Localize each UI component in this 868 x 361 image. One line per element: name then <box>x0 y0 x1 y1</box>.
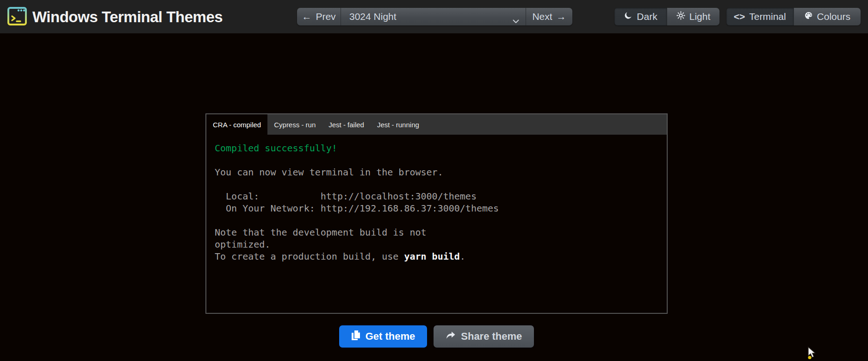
page-title: Windows Terminal Themes <box>32 8 223 26</box>
terminal-view-button[interactable]: <> Terminal <box>726 8 794 25</box>
prev-theme-button[interactable]: ←Prev <box>297 8 341 25</box>
terminal-line-network: On Your Network: http://192.168.86.37:30… <box>215 203 499 214</box>
colours-view-button[interactable]: Colours <box>794 8 861 25</box>
palette-icon <box>804 11 813 22</box>
dark-mode-button[interactable]: Dark <box>614 8 667 25</box>
terminal-screen: Compiled successfully! You can now view … <box>206 135 667 313</box>
terminal-line-local: Local: http://localhost:3000/themes <box>215 191 477 202</box>
terminal-line-note-1: Note that the development build is not <box>215 227 427 238</box>
app-header: Windows Terminal Themes ←Prev 3024 Night… <box>0 0 868 33</box>
brand: Windows Terminal Themes <box>7 6 223 28</box>
theme-select-value: 3024 Night <box>349 11 505 22</box>
terminal-line-build-prefix: To create a production build, use <box>215 251 404 262</box>
tab-cra-compiled[interactable]: CRA - compiled <box>206 114 267 135</box>
share-icon <box>446 330 456 342</box>
light-mode-button[interactable]: Light <box>667 8 719 25</box>
app-logo-terminal-icon <box>7 6 27 28</box>
get-theme-button[interactable]: Get theme <box>339 325 428 348</box>
terminal-colours-toggle: <> Terminal Colours <box>726 8 861 25</box>
code-icon: <> <box>734 11 745 22</box>
dark-light-toggle: Dark Light <box>614 8 719 25</box>
theme-actions: Get theme Share theme <box>205 325 668 348</box>
terminal-line-compiled: Compiled successfully! <box>215 143 337 154</box>
tab-jest-running[interactable]: Jest - running <box>371 114 426 135</box>
next-theme-button[interactable]: Next→ <box>526 8 572 25</box>
terminal-line-view: You can now view terminal in the browser… <box>215 167 443 178</box>
sun-icon <box>676 11 685 22</box>
share-theme-button[interactable]: Share theme <box>434 325 534 348</box>
terminal-preview-window: CRA - compiled Cypress - run Jest - fail… <box>205 113 668 314</box>
theme-select[interactable]: 3024 Night <box>341 8 526 25</box>
mouse-cursor-icon <box>807 347 817 361</box>
arrow-left-icon: ← <box>302 11 311 22</box>
terminal-line-note-2: optimized. <box>215 239 270 250</box>
terminal-line-build-command: yarn build <box>404 251 459 262</box>
theme-navigation: ←Prev 3024 Night Next→ <box>297 8 572 25</box>
chevron-down-icon <box>513 15 519 19</box>
tab-jest-failed[interactable]: Jest - failed <box>322 114 371 135</box>
tab-cypress-run[interactable]: Cypress - run <box>267 114 322 135</box>
terminal-output: Compiled successfully! You can now view … <box>206 135 667 270</box>
terminal-tabbar: CRA - compiled Cypress - run Jest - fail… <box>206 114 667 135</box>
terminal-line-build-suffix: . <box>460 251 465 262</box>
copy-icon <box>351 330 360 343</box>
moon-icon <box>624 11 632 22</box>
arrow-right-icon: → <box>557 11 566 22</box>
